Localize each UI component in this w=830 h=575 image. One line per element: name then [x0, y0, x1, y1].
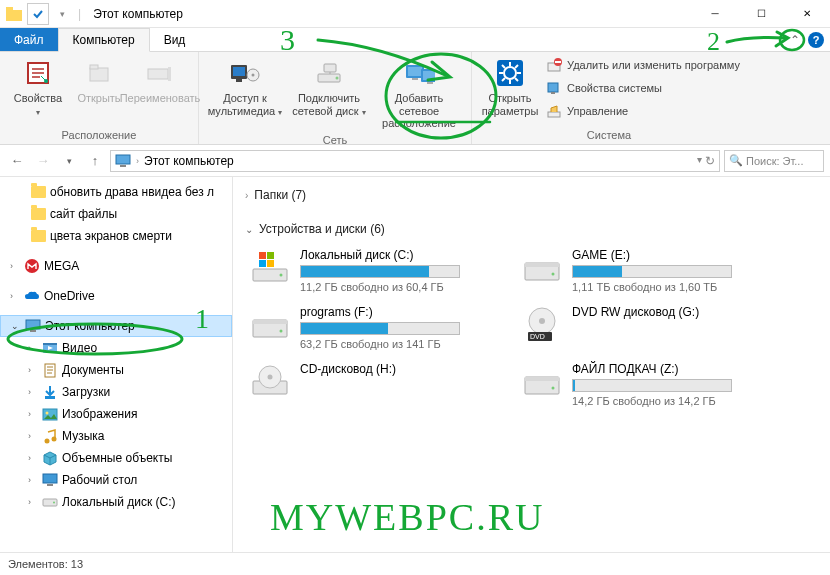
- minimize-button[interactable]: ─: [692, 0, 738, 28]
- svg-rect-63: [525, 263, 559, 267]
- drive-item[interactable]: ФАЙЛ ПОДКАЧ (Z:)14,2 ГБ свободно из 14,2…: [517, 359, 769, 410]
- forward-button[interactable]: →: [32, 150, 54, 172]
- recent-locations-dropdown[interactable]: ▾: [58, 150, 80, 172]
- open-button[interactable]: Открыть: [74, 55, 124, 107]
- quick-access-toolbar: ▾ |: [0, 3, 87, 25]
- svg-rect-18: [412, 78, 418, 80]
- svg-rect-15: [324, 64, 336, 72]
- ribbon-tabs: Файл Компьютер Вид ⌃ ?: [0, 28, 830, 52]
- address-dropdown-button[interactable]: ▾: [697, 154, 702, 168]
- tab-file[interactable]: Файл: [0, 28, 58, 51]
- ribbon: Свойства▾ Открыть Переименовать Располож…: [0, 52, 830, 145]
- status-item-count: Элементов: 13: [8, 558, 83, 570]
- uninstall-program-button[interactable]: Удалить или изменить программу: [546, 55, 740, 75]
- svg-point-14: [336, 77, 339, 80]
- drive-item[interactable]: CD-дисковод (H:): [245, 359, 497, 410]
- back-button[interactable]: ←: [6, 150, 28, 172]
- group-system-label: Система: [478, 127, 740, 142]
- status-bar: Элементов: 13: [0, 552, 830, 575]
- map-network-drive-button[interactable]: Подключить сетевой диск ▾: [289, 55, 369, 119]
- refresh-button[interactable]: ↻: [705, 154, 715, 168]
- svg-rect-21: [427, 82, 433, 84]
- qat-checkbox[interactable]: [27, 3, 49, 25]
- tree-mega[interactable]: ›MEGA: [0, 255, 232, 277]
- system-properties-button[interactable]: Свойства системы: [546, 78, 740, 98]
- svg-point-77: [552, 387, 555, 390]
- manage-button[interactable]: Управление: [546, 101, 740, 121]
- svg-point-64: [552, 273, 555, 276]
- address-bar[interactable]: › Этот компьютер ▾ ↻: [110, 150, 720, 172]
- help-icon[interactable]: ?: [808, 32, 824, 48]
- drive-item[interactable]: GAME (E:)1,11 ТБ свободно из 1,60 ТБ: [517, 245, 769, 296]
- tree-onedrive[interactable]: ›OneDrive: [0, 285, 232, 307]
- svg-rect-17: [408, 67, 422, 76]
- ribbon-collapse-icon[interactable]: ⌃: [790, 33, 800, 47]
- svg-point-12: [252, 74, 255, 77]
- tree-this-pc[interactable]: ⌄Этот компьютер: [0, 315, 232, 337]
- group-location-label: Расположение: [6, 127, 192, 142]
- svg-point-51: [52, 436, 57, 441]
- folders-section-header[interactable]: ›Папки (7): [245, 185, 818, 205]
- tree-item[interactable]: ›Загрузки: [0, 381, 232, 403]
- maximize-button[interactable]: ☐: [738, 0, 784, 28]
- tree-item[interactable]: ›Локальный диск (C:): [0, 491, 232, 513]
- drive-icon: [248, 362, 292, 402]
- svg-rect-44: [43, 343, 57, 345]
- drive-icon: [248, 305, 292, 345]
- title-bar: ▾ | Этот компьютер ─ ☐ ✕: [0, 0, 830, 28]
- svg-rect-61: [267, 260, 274, 267]
- tab-view[interactable]: Вид: [150, 28, 200, 51]
- drive-item[interactable]: DVDDVD RW дисковод (G:): [517, 302, 769, 353]
- tree-item[interactable]: ›Рабочий стол: [0, 469, 232, 491]
- svg-point-55: [53, 502, 55, 504]
- close-button[interactable]: ✕: [784, 0, 830, 28]
- svg-point-74: [268, 375, 273, 380]
- svg-text:DVD: DVD: [530, 333, 545, 340]
- svg-rect-47: [45, 396, 55, 399]
- svg-rect-39: [120, 165, 126, 167]
- svg-rect-1: [6, 7, 13, 11]
- up-button[interactable]: ↑: [84, 150, 106, 172]
- svg-rect-76: [525, 377, 559, 381]
- open-settings-button[interactable]: Открыть параметры: [478, 55, 542, 119]
- group-network-label: Сеть: [205, 132, 465, 147]
- breadcrumb-text[interactable]: Этот компьютер: [144, 154, 234, 168]
- svg-rect-66: [253, 320, 287, 324]
- svg-rect-9: [233, 67, 245, 76]
- media-access-button[interactable]: Доступ к мультимедиа ▾: [205, 55, 285, 119]
- tree-folder[interactable]: цвета экранов смерти: [0, 225, 232, 247]
- svg-rect-7: [168, 67, 171, 81]
- this-pc-icon: [115, 153, 131, 169]
- svg-point-67: [280, 330, 283, 333]
- svg-rect-59: [267, 252, 274, 259]
- tree-folder[interactable]: сайт файлы: [0, 203, 232, 225]
- svg-rect-20: [423, 71, 435, 80]
- separator: |: [75, 7, 84, 21]
- svg-rect-0: [6, 10, 22, 21]
- svg-rect-5: [90, 65, 98, 69]
- folder-icon: [3, 3, 25, 25]
- svg-rect-4: [90, 68, 108, 81]
- svg-rect-58: [259, 252, 266, 259]
- tree-folder[interactable]: обновить драва нвидеа без л: [0, 181, 232, 203]
- window-title: Этот компьютер: [87, 7, 183, 21]
- svg-rect-42: [30, 330, 36, 332]
- add-network-location-button[interactable]: Добавить сетевое расположение: [373, 55, 465, 132]
- tree-item[interactable]: ›Документы: [0, 359, 232, 381]
- drive-icon: [520, 248, 564, 288]
- navigation-tree[interactable]: обновить драва нвидеа без лсайт файлыцве…: [0, 177, 233, 574]
- drive-item[interactable]: Локальный диск (C:)11,2 ГБ свободно из 6…: [245, 245, 497, 296]
- svg-rect-53: [47, 484, 53, 486]
- drive-item[interactable]: programs (F:)63,2 ГБ свободно из 141 ГБ: [245, 302, 497, 353]
- tree-item[interactable]: ›Объемные объекты: [0, 447, 232, 469]
- tab-computer[interactable]: Компьютер: [58, 28, 150, 52]
- tree-item[interactable]: ›Видео: [0, 337, 232, 359]
- tree-item[interactable]: ›Изображения: [0, 403, 232, 425]
- rename-button[interactable]: Переименовать: [128, 55, 192, 107]
- search-box[interactable]: 🔍 Поиск: Эт...: [724, 150, 824, 172]
- qat-dropdown[interactable]: ▾: [51, 3, 73, 25]
- devices-section-header[interactable]: ⌄Устройства и диски (6): [245, 219, 818, 239]
- tree-item[interactable]: ›Музыка: [0, 425, 232, 447]
- svg-rect-41: [26, 320, 40, 329]
- properties-button[interactable]: Свойства▾: [6, 55, 70, 119]
